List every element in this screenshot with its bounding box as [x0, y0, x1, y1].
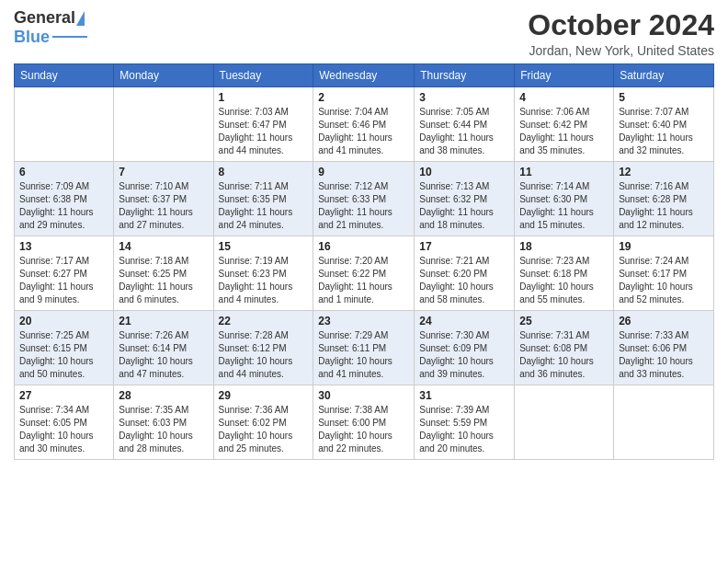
day-info: Sunrise: 7:36 AMSunset: 6:02 PMDaylight:… [219, 404, 309, 455]
logo-general: General [14, 9, 75, 28]
day-number: 4 [519, 91, 609, 104]
calendar-cell: 18Sunrise: 7:23 AMSunset: 6:18 PMDayligh… [515, 236, 614, 311]
calendar-cell: 8Sunrise: 7:11 AMSunset: 6:35 PMDaylight… [213, 162, 313, 236]
day-info: Sunrise: 7:20 AMSunset: 6:22 PMDaylight:… [318, 255, 409, 306]
calendar-cell: 16Sunrise: 7:20 AMSunset: 6:22 PMDayligh… [313, 236, 415, 311]
calendar-cell: 12Sunrise: 7:16 AMSunset: 6:28 PMDayligh… [614, 162, 714, 236]
day-number: 9 [318, 166, 409, 178]
day-info: Sunrise: 7:12 AMSunset: 6:33 PMDaylight:… [318, 180, 409, 232]
calendar-cell [614, 385, 714, 460]
day-info: Sunrise: 7:25 AMSunset: 6:15 PMDaylight:… [19, 329, 108, 381]
day-info: Sunrise: 7:29 AMSunset: 6:11 PMDaylight:… [318, 329, 409, 381]
logo: General Blue [14, 9, 87, 47]
calendar-cell: 25Sunrise: 7:31 AMSunset: 6:08 PMDayligh… [515, 311, 614, 385]
day-info: Sunrise: 7:26 AMSunset: 6:14 PMDaylight:… [119, 329, 208, 381]
calendar-cell: 17Sunrise: 7:21 AMSunset: 6:20 PMDayligh… [415, 236, 515, 311]
header: General Blue October 2024 Jordan, New Yo… [14, 9, 714, 58]
day-info: Sunrise: 7:39 AMSunset: 5:59 PMDaylight:… [419, 404, 509, 455]
day-number: 17 [419, 240, 509, 253]
col-thursday: Thursday [415, 64, 515, 87]
calendar-cell: 21Sunrise: 7:26 AMSunset: 6:14 PMDayligh… [114, 311, 213, 385]
calendar-cell: 6Sunrise: 7:09 AMSunset: 6:38 PMDaylight… [15, 162, 114, 236]
calendar-cell: 27Sunrise: 7:34 AMSunset: 6:05 PMDayligh… [15, 385, 114, 460]
col-sunday: Sunday [15, 64, 114, 87]
day-info: Sunrise: 7:17 AMSunset: 6:27 PMDaylight:… [19, 255, 108, 306]
day-info: Sunrise: 7:13 AMSunset: 6:32 PMDaylight:… [419, 180, 509, 232]
day-number: 12 [619, 166, 709, 178]
calendar-cell: 23Sunrise: 7:29 AMSunset: 6:11 PMDayligh… [313, 311, 415, 385]
subtitle: Jordan, New York, United States [528, 43, 714, 58]
calendar-cell: 15Sunrise: 7:19 AMSunset: 6:23 PMDayligh… [213, 236, 313, 311]
calendar-cell: 5Sunrise: 7:07 AMSunset: 6:40 PMDaylight… [614, 87, 714, 162]
calendar-cell: 10Sunrise: 7:13 AMSunset: 6:32 PMDayligh… [415, 162, 515, 236]
col-monday: Monday [114, 64, 213, 87]
day-number: 23 [318, 315, 409, 327]
day-number: 3 [419, 91, 509, 104]
day-number: 16 [318, 240, 409, 253]
calendar-cell: 14Sunrise: 7:18 AMSunset: 6:25 PMDayligh… [114, 236, 213, 311]
header-row: Sunday Monday Tuesday Wednesday Thursday… [15, 64, 714, 87]
day-info: Sunrise: 7:35 AMSunset: 6:03 PMDaylight:… [119, 404, 208, 455]
page: General Blue October 2024 Jordan, New Yo… [0, 0, 728, 563]
day-number: 29 [219, 389, 309, 402]
title-section: October 2024 Jordan, New York, United St… [528, 9, 714, 58]
day-number: 15 [219, 240, 309, 253]
day-info: Sunrise: 7:05 AMSunset: 6:44 PMDaylight:… [419, 106, 509, 157]
calendar-cell: 19Sunrise: 7:24 AMSunset: 6:17 PMDayligh… [614, 236, 714, 311]
col-saturday: Saturday [614, 64, 714, 87]
day-info: Sunrise: 7:18 AMSunset: 6:25 PMDaylight:… [119, 255, 208, 306]
day-number: 5 [619, 91, 709, 104]
day-number: 11 [519, 166, 609, 178]
day-number: 20 [19, 315, 108, 327]
day-number: 18 [519, 240, 609, 253]
col-tuesday: Tuesday [213, 64, 313, 87]
day-number: 30 [318, 389, 409, 402]
day-number: 21 [119, 315, 208, 327]
day-info: Sunrise: 7:21 AMSunset: 6:20 PMDaylight:… [419, 255, 509, 306]
day-info: Sunrise: 7:19 AMSunset: 6:23 PMDaylight:… [219, 255, 309, 306]
calendar-cell: 30Sunrise: 7:38 AMSunset: 6:00 PMDayligh… [313, 385, 415, 460]
week-row-3: 13Sunrise: 7:17 AMSunset: 6:27 PMDayligh… [15, 236, 714, 311]
month-title: October 2024 [528, 9, 714, 41]
day-number: 22 [219, 315, 309, 327]
calendar-cell: 26Sunrise: 7:33 AMSunset: 6:06 PMDayligh… [614, 311, 714, 385]
day-info: Sunrise: 7:28 AMSunset: 6:12 PMDaylight:… [219, 329, 309, 381]
day-number: 8 [219, 166, 309, 178]
day-number: 6 [19, 166, 108, 178]
day-info: Sunrise: 7:16 AMSunset: 6:28 PMDaylight:… [619, 180, 709, 232]
week-row-2: 6Sunrise: 7:09 AMSunset: 6:38 PMDaylight… [15, 162, 714, 236]
calendar-cell: 9Sunrise: 7:12 AMSunset: 6:33 PMDaylight… [313, 162, 415, 236]
day-number: 1 [219, 91, 309, 104]
calendar-cell: 20Sunrise: 7:25 AMSunset: 6:15 PMDayligh… [15, 311, 114, 385]
day-info: Sunrise: 7:38 AMSunset: 6:00 PMDaylight:… [318, 404, 409, 455]
day-info: Sunrise: 7:04 AMSunset: 6:46 PMDaylight:… [318, 106, 409, 157]
calendar-cell: 4Sunrise: 7:06 AMSunset: 6:42 PMDaylight… [515, 87, 614, 162]
logo-blue: Blue [14, 28, 50, 47]
day-info: Sunrise: 7:24 AMSunset: 6:17 PMDaylight:… [619, 255, 709, 306]
calendar-cell: 11Sunrise: 7:14 AMSunset: 6:30 PMDayligh… [515, 162, 614, 236]
day-info: Sunrise: 7:31 AMSunset: 6:08 PMDaylight:… [519, 329, 609, 381]
calendar-cell: 3Sunrise: 7:05 AMSunset: 6:44 PMDaylight… [415, 87, 515, 162]
day-info: Sunrise: 7:14 AMSunset: 6:30 PMDaylight:… [519, 180, 609, 232]
day-info: Sunrise: 7:33 AMSunset: 6:06 PMDaylight:… [619, 329, 709, 381]
calendar-cell: 13Sunrise: 7:17 AMSunset: 6:27 PMDayligh… [15, 236, 114, 311]
calendar-cell: 1Sunrise: 7:03 AMSunset: 6:47 PMDaylight… [213, 87, 313, 162]
day-info: Sunrise: 7:06 AMSunset: 6:42 PMDaylight:… [519, 106, 609, 157]
calendar-cell: 22Sunrise: 7:28 AMSunset: 6:12 PMDayligh… [213, 311, 313, 385]
calendar-cell: 2Sunrise: 7:04 AMSunset: 6:46 PMDaylight… [313, 87, 415, 162]
week-row-1: 1Sunrise: 7:03 AMSunset: 6:47 PMDaylight… [15, 87, 714, 162]
day-info: Sunrise: 7:07 AMSunset: 6:40 PMDaylight:… [619, 106, 709, 157]
calendar-cell: 28Sunrise: 7:35 AMSunset: 6:03 PMDayligh… [114, 385, 213, 460]
day-info: Sunrise: 7:03 AMSunset: 6:47 PMDaylight:… [219, 106, 309, 157]
day-number: 26 [619, 315, 709, 327]
logo-underline [52, 36, 87, 38]
week-row-4: 20Sunrise: 7:25 AMSunset: 6:15 PMDayligh… [15, 311, 714, 385]
day-number: 19 [619, 240, 709, 253]
calendar-cell: 24Sunrise: 7:30 AMSunset: 6:09 PMDayligh… [415, 311, 515, 385]
day-number: 31 [419, 389, 509, 402]
calendar-cell: 31Sunrise: 7:39 AMSunset: 5:59 PMDayligh… [415, 385, 515, 460]
day-info: Sunrise: 7:11 AMSunset: 6:35 PMDaylight:… [219, 180, 309, 232]
day-number: 27 [19, 389, 108, 402]
calendar-cell [114, 87, 213, 162]
day-info: Sunrise: 7:10 AMSunset: 6:37 PMDaylight:… [119, 180, 208, 232]
